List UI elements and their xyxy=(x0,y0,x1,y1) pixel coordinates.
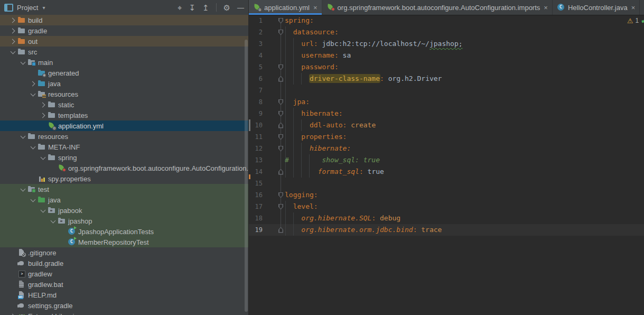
chevron-down-icon[interactable] xyxy=(29,93,38,96)
hide-panel-icon[interactable]: — xyxy=(237,4,244,11)
line-number: 18 xyxy=(249,215,263,222)
code-line-18[interactable]: 18 org.hibernate.SQL: debug xyxy=(249,212,644,224)
tree-item-generated[interactable]: ✻generated xyxy=(0,68,248,78)
tree-item-main[interactable]: main xyxy=(0,57,248,68)
tree-item-resources[interactable]: resources xyxy=(0,89,248,99)
collapse-all-icon[interactable]: ↧ xyxy=(189,4,195,12)
code-line-19[interactable]: 19 org.hibernate.orm.jdbc.bind: trace xyxy=(249,224,644,236)
tab-org-springframework-boot-autoconfigure-autoconfiguration-imports[interactable]: org.springframework.boot.autoconfigure.A… xyxy=(322,0,553,15)
tree-item-jpashop[interactable]: jpashop xyxy=(0,216,248,226)
tree-item-settings-gradle[interactable]: settings.gradle xyxy=(0,300,248,311)
tab-jpa[interactable]: ⚙Jpa xyxy=(640,0,644,15)
chevron-right-icon[interactable] xyxy=(8,18,17,22)
tree-item-gradle[interactable]: gradle xyxy=(0,25,248,36)
line-number: 10 xyxy=(249,122,263,129)
tree-item-meta-inf[interactable]: META-INF xyxy=(0,142,248,152)
tree-item-label: main xyxy=(38,59,53,67)
code-line-9[interactable]: 9 hibernate: xyxy=(249,108,644,119)
fold-close-icon[interactable] xyxy=(278,123,283,128)
locate-file-icon[interactable]: ⌖ xyxy=(178,4,182,12)
tree-item-org-springframework-boot-autoconfigure-autoconfiguration-imports[interactable]: org.springframework.boot.autoconfigure.A… xyxy=(0,163,248,173)
chevron-right-icon[interactable] xyxy=(39,103,48,107)
tree-item-application-yml[interactable]: ⚙application.yml xyxy=(0,121,248,131)
tree-item-spy-properties[interactable]: spy.properties xyxy=(0,173,248,184)
tree-item-jpashopapplicationtests[interactable]: CJpashopApplicationTests xyxy=(0,226,248,237)
tree-item-gradlew-bat[interactable]: gradlew.bat xyxy=(0,279,248,290)
line-number: 7 xyxy=(249,87,263,94)
tree-item-memberrepositorytest[interactable]: CMemberRepositoryTest xyxy=(0,237,248,247)
code-line-13[interactable]: 13# show_sql: true xyxy=(249,154,644,166)
tree-item-spring[interactable]: spring xyxy=(0,152,248,163)
chevron-right-icon[interactable] xyxy=(29,82,38,86)
line-number: 17 xyxy=(249,203,263,210)
tree-item-jpabook[interactable]: jpabook xyxy=(0,205,248,216)
gear-icon[interactable]: ⚙ xyxy=(223,4,230,12)
code-line-16[interactable]: 16logging: xyxy=(249,189,644,201)
code-line-10[interactable]: 10 ddl-auto: create xyxy=(249,119,644,131)
chevron-down-icon[interactable] xyxy=(18,135,27,138)
chevron-right-icon[interactable] xyxy=(39,114,48,117)
fold-open-icon[interactable] xyxy=(278,64,283,70)
project-title[interactable]: Project xyxy=(17,4,38,12)
fold-open-icon[interactable] xyxy=(278,18,283,24)
code-line-15[interactable]: 15 xyxy=(249,178,644,189)
tree-item-src[interactable]: src xyxy=(0,47,248,57)
code-line-12[interactable]: 12 hibernate: xyxy=(249,143,644,154)
code-line-17[interactable]: 17 level: xyxy=(249,201,644,212)
code-line-14[interactable]: 14 format_sql: true xyxy=(249,166,644,178)
tree-item-label: resources xyxy=(38,133,68,141)
tree-item-templates[interactable]: templates xyxy=(0,110,248,121)
tab-hellocontroller-java[interactable]: CHelloController.java× xyxy=(553,0,640,15)
chevron-down-icon[interactable] xyxy=(39,209,48,212)
tree-item-gradlew[interactable]: >gradlew xyxy=(0,268,248,279)
code-line-6[interactable]: 6 driver-class-name: org.h2.Driver xyxy=(249,73,644,85)
tree-item-java[interactable]: java xyxy=(0,78,248,89)
fold-open-icon[interactable] xyxy=(278,146,283,152)
fold-close-icon[interactable] xyxy=(278,227,283,233)
code-line-3[interactable]: 3 url: jdbc:h2:tcp://localhost/~/jpashop… xyxy=(249,38,644,50)
chevron-down-icon[interactable] xyxy=(39,156,48,159)
code-line-11[interactable]: 11 properties: xyxy=(249,131,644,143)
fold-open-icon[interactable] xyxy=(278,192,283,198)
fold-open-icon[interactable] xyxy=(278,134,283,140)
tree-item-help-md[interactable]: MDHELP.md xyxy=(0,290,248,300)
chevron-down-icon[interactable] xyxy=(49,220,58,223)
tree-scrollbar[interactable] xyxy=(245,40,248,312)
chevron-right-icon[interactable] xyxy=(8,29,17,33)
chevron-down-icon[interactable] xyxy=(18,188,27,191)
fold-open-icon[interactable] xyxy=(278,99,283,105)
code-line-7[interactable]: 7 xyxy=(249,85,644,96)
tree-item-out[interactable]: out xyxy=(0,36,248,47)
tree-item-build[interactable]: build xyxy=(0,15,248,25)
tree-item-gitignore[interactable]: .gitignore xyxy=(0,247,248,258)
fold-open-icon[interactable] xyxy=(278,111,283,117)
tree-item-build-gradle[interactable]: build.gradle xyxy=(0,258,248,268)
tree-item-external-libraries[interactable]: External Libraries xyxy=(0,311,248,315)
code-line-5[interactable]: 5 password: xyxy=(249,61,644,73)
fold-open-icon[interactable] xyxy=(278,30,283,35)
fold-close-icon[interactable] xyxy=(278,76,283,82)
code-line-4[interactable]: 4 username: sa xyxy=(249,50,644,61)
chevron-down-icon[interactable] xyxy=(18,61,27,64)
tab-application-yml[interactable]: ⚙application.yml× xyxy=(249,0,322,15)
code-line-2[interactable]: 2 datasource: xyxy=(249,26,644,38)
close-icon[interactable]: × xyxy=(313,4,318,12)
chevron-down-icon[interactable] xyxy=(8,51,17,53)
code-line-1[interactable]: 1spring: xyxy=(249,15,644,26)
tree-item-static[interactable]: static xyxy=(0,99,248,110)
chevron-down-icon[interactable]: ▾ xyxy=(42,5,45,11)
chevron-right-icon[interactable] xyxy=(8,40,17,43)
close-icon[interactable]: × xyxy=(544,4,548,12)
fold-open-icon[interactable] xyxy=(278,204,283,210)
tree-item-java[interactable]: java xyxy=(0,194,248,205)
chevron-down-icon[interactable] xyxy=(29,146,38,149)
tree-item-resources[interactable]: resources xyxy=(0,131,248,142)
fold-close-icon[interactable] xyxy=(278,169,283,175)
close-icon[interactable]: × xyxy=(631,4,636,12)
tree-item-test[interactable]: test xyxy=(0,184,248,194)
inspections-widget[interactable]: ⚠ 1 ✔ xyxy=(627,16,644,25)
expand-all-icon[interactable]: ↥ xyxy=(202,4,209,12)
code-line-8[interactable]: 8 jpa: xyxy=(249,96,644,108)
line-number: 3 xyxy=(249,40,263,48)
chevron-down-icon[interactable] xyxy=(29,199,38,201)
